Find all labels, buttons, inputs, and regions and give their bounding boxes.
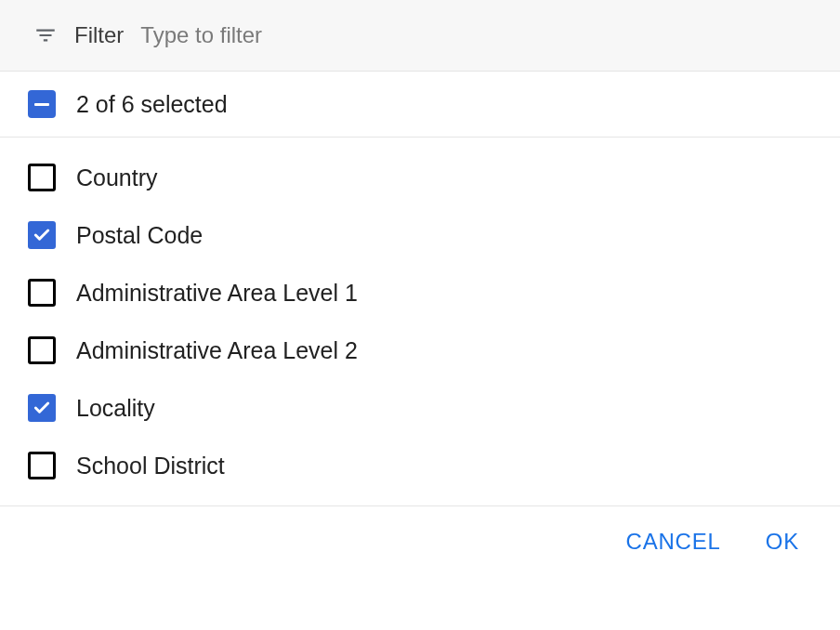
option-row-admin-area-2[interactable]: Administrative Area Level 2 xyxy=(0,322,840,379)
actions-bar: CANCEL OK xyxy=(0,506,840,577)
checkbox-checked-icon[interactable] xyxy=(28,394,56,422)
option-label: Locality xyxy=(76,395,155,422)
filter-label: Filter xyxy=(74,22,124,48)
option-row-admin-area-1[interactable]: Administrative Area Level 1 xyxy=(0,264,840,322)
ok-button[interactable]: OK xyxy=(766,529,799,555)
checkbox-unchecked-icon[interactable] xyxy=(28,452,56,479)
checkbox-indeterminate-icon[interactable] xyxy=(28,90,56,118)
option-label: Administrative Area Level 1 xyxy=(76,280,358,307)
option-label: School District xyxy=(76,453,225,479)
option-row-postal-code[interactable]: Postal Code xyxy=(0,206,840,264)
filter-input[interactable] xyxy=(140,22,807,48)
checkbox-unchecked-icon[interactable] xyxy=(28,279,56,307)
checkbox-unchecked-icon[interactable] xyxy=(28,164,56,191)
options-list: Country Postal Code Administrative Area … xyxy=(0,138,840,506)
option-label: Administrative Area Level 2 xyxy=(76,337,358,364)
filter-bar: Filter xyxy=(0,0,840,72)
checkbox-unchecked-icon[interactable] xyxy=(28,336,56,364)
cancel-button[interactable]: CANCEL xyxy=(626,529,721,555)
selection-summary: 2 of 6 selected xyxy=(76,91,228,118)
option-label: Country xyxy=(76,164,158,191)
select-all-row[interactable]: 2 of 6 selected xyxy=(0,72,840,138)
checkbox-checked-icon[interactable] xyxy=(28,221,56,249)
option-row-locality[interactable]: Locality xyxy=(0,379,840,437)
option-row-country[interactable]: Country xyxy=(0,149,840,206)
option-row-school-district[interactable]: School District xyxy=(0,437,840,494)
filter-icon xyxy=(33,23,58,47)
option-label: Postal Code xyxy=(76,222,203,249)
